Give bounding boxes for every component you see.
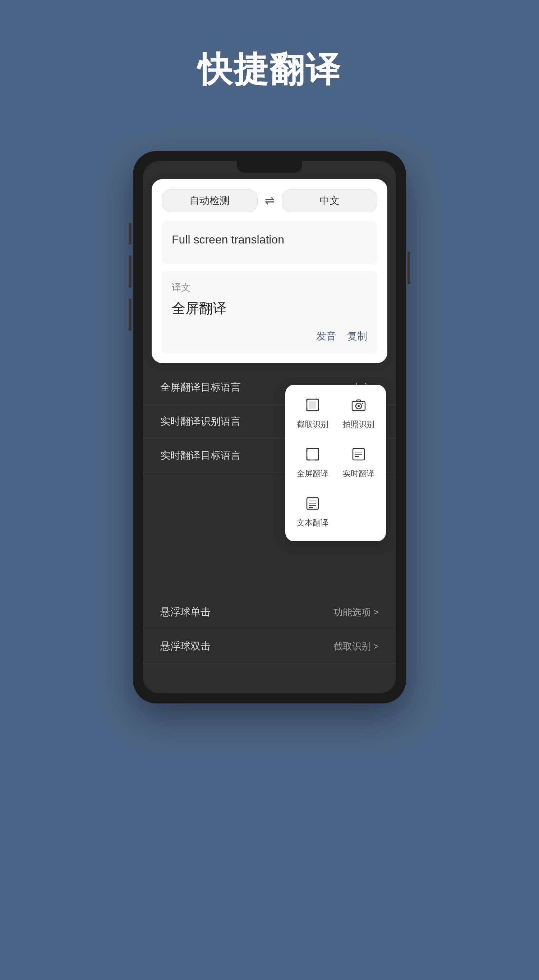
target-language-button[interactable]: 中文 — [282, 189, 378, 212]
fullscreen-label: 全屏翻译 — [297, 468, 328, 479]
photo-label: 拍照识别 — [343, 419, 374, 430]
silent-button — [128, 299, 132, 331]
svg-rect-9 — [309, 401, 316, 409]
capture-label: 截取识别 — [297, 419, 328, 430]
text-translate-icon — [306, 496, 320, 514]
quick-item-photo[interactable]: 拍照识别 — [339, 392, 379, 436]
page-title: 快捷翻译 — [198, 47, 341, 94]
quick-item-text[interactable]: 文本翻译 — [293, 490, 333, 534]
quick-panel-grid: 截取识别 拍照识别 — [293, 392, 379, 534]
setting-value-ball-single: 功能选项 > — [333, 606, 379, 619]
camera-icon — [352, 398, 366, 415]
volume-up-button — [128, 223, 132, 245]
copy-button[interactable]: 复制 — [347, 329, 367, 343]
language-selector: 自动检测 ⇌ 中文 — [162, 189, 377, 212]
result-text: 全屏翻译 — [172, 298, 367, 319]
translation-card: 自动检测 ⇌ 中文 Full screen translation 译文 全屏翻… — [152, 179, 387, 363]
setting-label-fullscreen-target: 全屏翻译目标语言 — [160, 380, 241, 394]
swap-languages-icon[interactable]: ⇌ — [265, 194, 274, 207]
power-button — [407, 252, 411, 284]
volume-down-button — [128, 255, 132, 288]
setting-row-ball-single[interactable]: 悬浮球单击 功能选项 > — [143, 595, 396, 629]
setting-row-ball-double[interactable]: 悬浮球双击 截取识别 > — [143, 629, 396, 663]
phone-mockup: 自动检测 ⇌ 中文 Full screen translation 译文 全屏翻… — [133, 151, 406, 703]
input-text: Full screen translation — [172, 231, 367, 248]
quick-action-panel: 截取识别 拍照识别 — [285, 385, 386, 541]
phone-notch — [237, 161, 302, 173]
result-label: 译文 — [172, 281, 367, 294]
phone-screen: 自动检测 ⇌ 中文 Full screen translation 译文 全屏翻… — [143, 161, 396, 694]
translation-result: 译文 全屏翻译 发音 复制 — [162, 271, 377, 353]
svg-rect-14 — [307, 449, 319, 460]
quick-item-realtime[interactable]: 实时翻译 — [339, 441, 379, 485]
result-actions: 发音 复制 — [172, 329, 367, 343]
setting-label-realtime-source: 实时翻译识别语言 — [160, 415, 241, 428]
svg-point-13 — [362, 403, 363, 404]
settings-area: 全屏翻译目标语言 中文 > 实时翻译识别语言 实时翻译目标语言 — [143, 363, 396, 671]
input-area[interactable]: Full screen translation — [162, 221, 377, 264]
realtime-label: 实时翻译 — [343, 468, 374, 479]
realtime-icon — [352, 447, 366, 465]
svg-point-12 — [358, 405, 360, 407]
fullscreen-icon — [306, 447, 320, 465]
setting-label-ball-double: 悬浮球双击 — [160, 640, 211, 653]
quick-item-capture[interactable]: 截取识别 — [293, 392, 333, 436]
quick-item-fullscreen[interactable]: 全屏翻译 — [293, 441, 333, 485]
setting-value-ball-double: 截取识别 > — [333, 640, 379, 653]
source-language-button[interactable]: 自动检测 — [162, 189, 258, 212]
pronounce-button[interactable]: 发音 — [316, 329, 336, 343]
text-translate-label: 文本翻译 — [297, 517, 328, 528]
capture-icon — [306, 398, 320, 415]
setting-label-realtime-target: 实时翻译目标语言 — [160, 449, 241, 463]
setting-label-ball-single: 悬浮球单击 — [160, 605, 211, 619]
